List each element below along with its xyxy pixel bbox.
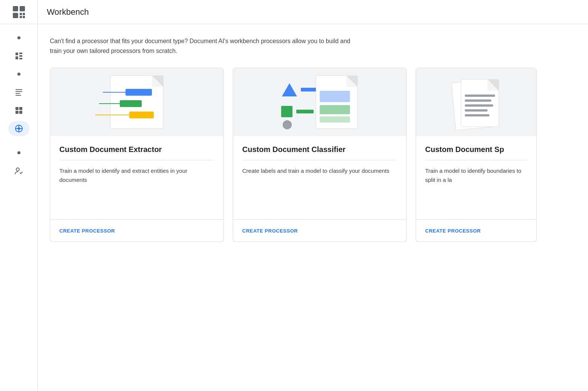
sidebar-item-user-check[interactable] [8, 163, 29, 178]
nav-dot-1 [17, 36, 20, 39]
card-classifier-footer: CREATE PROCESSOR [233, 219, 406, 242]
svg-rect-15 [15, 95, 21, 96]
svg-rect-30 [129, 112, 154, 118]
svg-rect-29 [120, 100, 142, 107]
nav-dot-2 [17, 73, 20, 76]
svg-rect-28 [125, 89, 152, 96]
card-extractor-divider [59, 160, 214, 160]
sidebar-item-list[interactable] [8, 85, 29, 100]
card-splitter: Custom Document Sp Train a model to iden… [416, 68, 537, 242]
sidebar-item-grid[interactable] [8, 103, 29, 118]
svg-point-24 [16, 168, 19, 171]
svg-rect-38 [320, 105, 350, 114]
svg-rect-52 [465, 109, 487, 112]
main-content: Workbench Can't find a processor that fi… [38, 0, 588, 391]
svg-rect-37 [320, 91, 350, 102]
card-extractor-image [50, 68, 223, 136]
svg-rect-1 [20, 6, 25, 11]
page-title: Workbench [47, 7, 89, 17]
intro-paragraph: Can't find a processor that fits your do… [50, 36, 360, 56]
svg-rect-18 [15, 111, 19, 114]
svg-rect-7 [15, 53, 18, 55]
svg-rect-8 [19, 53, 22, 54]
svg-rect-13 [15, 91, 22, 92]
svg-rect-9 [19, 55, 22, 57]
card-classifier: Custom Document Classifier Create labels… [233, 68, 407, 242]
card-extractor-footer: CREATE PROCESSOR [50, 219, 223, 242]
card-extractor: Custom Document Extractor Train a model … [50, 68, 224, 242]
card-extractor-title: Custom Document Extractor [59, 145, 214, 154]
card-splitter-title: Custom Document Sp [425, 145, 527, 154]
svg-rect-44 [296, 110, 314, 113]
sidebar-item-dot2[interactable] [8, 67, 29, 82]
sidebar-item-dot1[interactable] [8, 30, 29, 45]
svg-rect-53 [465, 114, 489, 116]
svg-rect-17 [19, 107, 22, 110]
svg-point-23 [18, 127, 20, 130]
svg-rect-6 [23, 16, 25, 18]
sidebar-nav [0, 24, 37, 178]
svg-rect-11 [19, 58, 22, 59]
svg-rect-0 [13, 6, 18, 11]
processor-cards: Custom Document Extractor Train a model … [50, 68, 576, 242]
card-classifier-description: Create labels and train a model to class… [242, 166, 397, 197]
svg-rect-10 [15, 56, 18, 59]
card-splitter-image [416, 68, 536, 136]
card-classifier-image [233, 68, 406, 136]
sidebar-item-dashboard[interactable] [8, 48, 29, 64]
card-classifier-body: Custom Document Classifier Create labels… [233, 136, 406, 197]
card-classifier-create-button[interactable]: CREATE PROCESSOR [242, 228, 298, 234]
svg-rect-14 [15, 93, 20, 94]
svg-rect-19 [19, 111, 22, 114]
svg-rect-49 [465, 95, 495, 97]
svg-marker-40 [282, 83, 297, 96]
svg-rect-3 [20, 13, 22, 15]
page-header: Workbench [38, 0, 588, 24]
card-extractor-description: Train a model to identify and extract en… [59, 166, 214, 197]
card-splitter-body: Custom Document Sp Train a model to iden… [416, 136, 536, 197]
card-extractor-create-button[interactable]: CREATE PROCESSOR [59, 228, 115, 234]
card-classifier-title: Custom Document Classifier [242, 145, 397, 154]
card-splitter-footer: CREATE PROCESSOR [416, 219, 536, 242]
card-classifier-divider [242, 160, 397, 160]
svg-rect-41 [281, 106, 292, 117]
content-area: Can't find a processor that fits your do… [38, 24, 588, 391]
sidebar-item-workbench[interactable] [8, 121, 29, 136]
svg-rect-50 [465, 99, 491, 102]
card-extractor-body: Custom Document Extractor Train a model … [50, 136, 223, 197]
svg-point-42 [283, 120, 292, 129]
card-splitter-description: Train a model to identify boundaries to … [425, 166, 527, 197]
svg-rect-4 [23, 13, 25, 15]
card-splitter-divider [425, 160, 527, 160]
svg-rect-12 [15, 89, 22, 90]
sidebar [0, 0, 38, 391]
svg-rect-39 [320, 116, 350, 123]
svg-rect-16 [15, 107, 19, 110]
svg-rect-2 [13, 13, 18, 18]
svg-rect-43 [301, 88, 316, 92]
app-logo [0, 0, 37, 24]
sidebar-item-dot3[interactable] [8, 145, 29, 160]
nav-dot-3 [17, 151, 20, 154]
svg-rect-51 [465, 104, 493, 107]
card-splitter-create-button[interactable]: CREATE PROCESSOR [425, 228, 481, 234]
svg-rect-5 [20, 16, 22, 18]
